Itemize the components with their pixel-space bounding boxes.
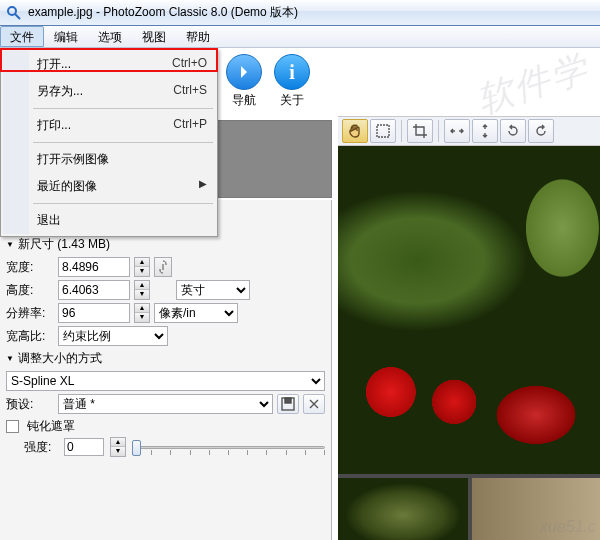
- preview-image-tile: [472, 478, 600, 540]
- preset-save-button[interactable]: [277, 394, 299, 414]
- preview-image-tile: [338, 478, 468, 540]
- resolution-unit-select[interactable]: 像素/in: [154, 303, 238, 323]
- crop-tool-button[interactable]: [407, 119, 433, 143]
- dropdown-separator: [33, 142, 213, 143]
- unit-select[interactable]: 英寸: [176, 280, 250, 300]
- menu-open-label: 打开...: [37, 56, 71, 73]
- spin-up-icon[interactable]: ▲: [135, 304, 149, 313]
- svg-point-0: [8, 7, 16, 15]
- thumb[interactable]: [282, 121, 331, 159]
- dropdown-separator: [33, 108, 213, 109]
- spin-down-icon[interactable]: ▼: [135, 267, 149, 276]
- menu-open-sample-label: 打开示例图像: [37, 151, 109, 168]
- menu-view[interactable]: 视图: [132, 26, 176, 47]
- menu-open-sample[interactable]: 打开示例图像: [3, 146, 215, 173]
- height-spinner[interactable]: ▲▼: [134, 280, 150, 300]
- about-button[interactable]: i 关于: [274, 54, 310, 109]
- strength-label: 强度:: [24, 439, 58, 456]
- resolution-spinner[interactable]: ▲▼: [134, 303, 150, 323]
- marquee-tool-button[interactable]: [370, 119, 396, 143]
- svg-rect-4: [377, 125, 389, 137]
- watermark: 软件学: [471, 44, 595, 126]
- main-toolbar: 导航 i 关于: [218, 48, 318, 118]
- menu-print[interactable]: 打印... Ctrl+P: [3, 112, 215, 139]
- method-section-header[interactable]: ▼ 调整大小的方式: [6, 350, 325, 367]
- menu-open-shortcut: Ctrl+O: [172, 56, 207, 73]
- menu-saveas-shortcut: Ctrl+S: [173, 83, 207, 100]
- preset-delete-button[interactable]: [303, 394, 325, 414]
- app-icon: [6, 5, 22, 21]
- menu-exit[interactable]: 退出: [3, 207, 215, 234]
- flip-horizontal-button[interactable]: [444, 119, 470, 143]
- strength-spinner[interactable]: ▲▼: [110, 437, 126, 457]
- resize-method-select[interactable]: S-Spline XL: [6, 371, 325, 391]
- menu-saveas-label: 另存为...: [37, 83, 83, 100]
- info-icon: i: [274, 54, 310, 90]
- spin-up-icon[interactable]: ▲: [135, 281, 149, 290]
- menu-saveas[interactable]: 另存为... Ctrl+S: [3, 78, 215, 105]
- resolution-input[interactable]: [58, 303, 130, 323]
- width-label: 宽度:: [6, 259, 54, 276]
- menu-help[interactable]: 帮助: [176, 26, 220, 47]
- strength-slider[interactable]: [132, 438, 325, 456]
- resolution-label: 分辨率:: [6, 305, 54, 322]
- menu-print-label: 打印...: [37, 117, 71, 134]
- height-input[interactable]: [58, 280, 130, 300]
- menu-recent[interactable]: 最近的图像 ▶: [3, 173, 215, 200]
- spin-up-icon[interactable]: ▲: [135, 258, 149, 267]
- window-titlebar: example.jpg - PhotoZoom Classic 8.0 (Dem…: [0, 0, 600, 26]
- menu-open[interactable]: 打开... Ctrl+O: [3, 51, 215, 78]
- nav-button-label: 导航: [232, 92, 256, 109]
- spin-down-icon[interactable]: ▼: [135, 290, 149, 299]
- newsize-title: 新尺寸 (1.43 MB): [18, 236, 110, 253]
- menu-exit-label: 退出: [37, 212, 61, 229]
- image-canvas[interactable]: [338, 146, 600, 540]
- preset-select[interactable]: 普通 *: [58, 394, 273, 414]
- nav-button[interactable]: 导航: [226, 54, 262, 109]
- resize-panel: ▼ 新尺寸 (1.43 MB) 宽度: ▲▼ 高度: ▲▼ 英寸 分辨率: ▲▼…: [0, 200, 332, 540]
- method-title: 调整大小的方式: [18, 350, 102, 367]
- slider-track: [132, 446, 325, 449]
- strength-input[interactable]: [64, 438, 104, 456]
- menu-edit[interactable]: 编辑: [44, 26, 88, 47]
- rotate-left-button[interactable]: [500, 119, 526, 143]
- height-label: 高度:: [6, 282, 54, 299]
- thumb[interactable]: [233, 121, 282, 159]
- nav-arrow-icon: [226, 54, 262, 90]
- preview-image-row: [338, 478, 600, 540]
- slider-ticks: [132, 450, 325, 455]
- unsharp-label: 钝化遮罩: [27, 418, 75, 435]
- svg-rect-3: [285, 398, 291, 403]
- flip-vertical-button[interactable]: [472, 119, 498, 143]
- collapse-triangle-icon: ▼: [6, 354, 14, 363]
- unsharp-checkbox[interactable]: [6, 420, 19, 433]
- about-button-label: 关于: [280, 92, 304, 109]
- window-title: example.jpg - PhotoZoom Classic 8.0 (Dem…: [28, 4, 298, 21]
- toolbar-separator: [401, 120, 402, 142]
- menu-file[interactable]: 文件: [0, 26, 44, 47]
- spin-down-icon[interactable]: ▼: [135, 313, 149, 322]
- rotate-right-button[interactable]: [528, 119, 554, 143]
- preset-label: 预设:: [6, 396, 54, 413]
- collapse-triangle-icon: ▼: [6, 240, 14, 249]
- pan-tool-button[interactable]: [342, 119, 368, 143]
- menu-options[interactable]: 选项: [88, 26, 132, 47]
- menu-recent-label: 最近的图像: [37, 178, 97, 195]
- newsize-section-header[interactable]: ▼ 新尺寸 (1.43 MB): [6, 236, 325, 253]
- menubar: 文件 编辑 选项 视图 帮助: [0, 26, 600, 48]
- slider-thumb[interactable]: [132, 440, 141, 456]
- canvas-toolbar: [338, 116, 600, 146]
- spin-down-icon[interactable]: ▼: [111, 447, 125, 456]
- toolbar-separator: [438, 120, 439, 142]
- width-input[interactable]: [58, 257, 130, 277]
- aspect-select[interactable]: 约束比例: [58, 326, 168, 346]
- menu-print-shortcut: Ctrl+P: [173, 117, 207, 134]
- submenu-arrow-icon: ▶: [199, 178, 207, 195]
- spin-up-icon[interactable]: ▲: [111, 438, 125, 447]
- dropdown-separator: [33, 203, 213, 204]
- link-dimensions-button[interactable]: [154, 257, 172, 277]
- thumb[interactable]: [233, 159, 282, 197]
- thumb[interactable]: [282, 159, 331, 197]
- width-spinner[interactable]: ▲▼: [134, 257, 150, 277]
- aspect-label: 宽高比:: [6, 328, 54, 345]
